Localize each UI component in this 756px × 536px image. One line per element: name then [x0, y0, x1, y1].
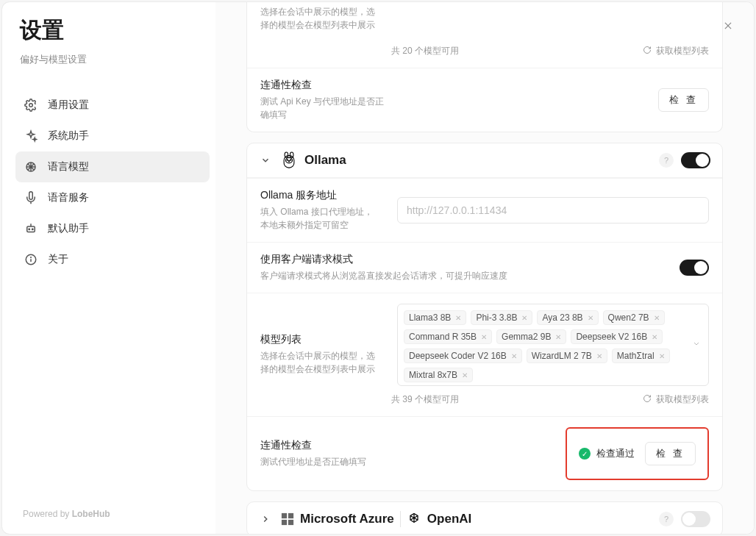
- model-tag[interactable]: Command R 35B✕: [404, 329, 492, 344]
- tag-remove-icon[interactable]: ✕: [455, 314, 461, 322]
- sparkle-icon: [24, 129, 38, 143]
- provider-card-azure: Microsoft Azure OpenAI ?: [246, 501, 723, 534]
- get-model-list-button[interactable]: 获取模型列表: [643, 45, 709, 57]
- brain-icon: [24, 160, 38, 174]
- connectivity-title: 连通性检查: [260, 79, 385, 92]
- connectivity-desc: 测试代理地址是否正确填写: [260, 455, 385, 468]
- model-tag[interactable]: Deepseek Coder V2 16B✕: [404, 349, 522, 363]
- tag-remove-icon[interactable]: ✕: [462, 371, 468, 379]
- svg-rect-20: [288, 520, 293, 525]
- check-button[interactable]: 检 查: [645, 442, 696, 465]
- svg-rect-17: [282, 513, 287, 518]
- model-tag-label: Gemma2 9B: [502, 332, 551, 342]
- chevron-down-icon: [259, 154, 272, 167]
- model-tag-label: Deepseek V2 16B: [576, 332, 647, 342]
- model-tag[interactable]: Phi-3 3.8B✕: [471, 310, 532, 325]
- refresh-icon: [643, 46, 652, 57]
- model-tag[interactable]: Aya 23 8B✕: [537, 310, 598, 325]
- sidebar-item-label: 系统助手: [48, 129, 89, 143]
- model-tag-label: Llama3 8B: [409, 312, 451, 323]
- model-tag[interactable]: Qwen2 7B✕: [603, 310, 665, 325]
- service-addr-desc: 填入 Ollama 接口代理地址， 本地未额外指定可留空: [260, 205, 385, 232]
- model-tag-label: MathΣtral: [617, 351, 655, 361]
- help-icon[interactable]: ?: [659, 512, 674, 526]
- service-addr-title: Ollama 服务地址: [260, 189, 385, 202]
- svg-point-0: [29, 104, 33, 107]
- svg-point-16: [288, 160, 289, 161]
- model-tag[interactable]: Mixtral 8x7B✕: [404, 368, 473, 382]
- model-tag-label: Phi-3 3.8B: [476, 312, 517, 323]
- microsoft-logo-icon: [281, 511, 294, 527]
- sidebar-item-label: 语音服务: [48, 191, 89, 204]
- tag-remove-icon[interactable]: ✕: [481, 333, 487, 341]
- sidebar-item-language-model[interactable]: 语言模型: [15, 151, 210, 182]
- model-tag-label: Mixtral 8x7B: [409, 370, 457, 380]
- client-mode-toggle[interactable]: [680, 260, 709, 276]
- model-list-desc: 选择在会话中展示的模型，选 择的模型会在模型列表中展示: [260, 349, 385, 376]
- provider-header-azure[interactable]: Microsoft Azure OpenAI ?: [247, 502, 722, 534]
- provider-card-previous: 选择在会话中展示的模型，选 择的模型会在模型列表中展示 共 20 个模型可用 获…: [246, 2, 723, 132]
- check-success-icon: ✓: [579, 448, 591, 460]
- tag-remove-icon[interactable]: ✕: [588, 314, 593, 322]
- model-list-desc: 选择在会话中展示的模型，选 择的模型会在模型列表中展示: [260, 5, 385, 32]
- service-addr-input[interactable]: [397, 197, 709, 224]
- provider-name: Ollama: [281, 152, 346, 168]
- tag-remove-icon[interactable]: ✕: [521, 314, 527, 322]
- model-available-count: 共 20 个模型可用: [391, 45, 459, 57]
- tag-remove-icon[interactable]: ✕: [654, 314, 660, 322]
- sidebar-item-about[interactable]: 关于: [15, 244, 210, 275]
- model-tag-label: WizardLM 2 7B: [532, 351, 592, 361]
- provider-card-ollama: Ollama ? Ollama 服务地址 填入 Ollama 接口代理地址， 本…: [246, 143, 723, 491]
- ollama-logo-icon: [281, 152, 297, 168]
- model-tag-label: Deepseek Coder V2 16B: [409, 351, 507, 361]
- provider-toggle[interactable]: [681, 511, 710, 527]
- svg-point-7: [31, 257, 32, 258]
- robot-icon: [24, 222, 38, 235]
- client-mode-title: 使用客户端请求模式: [260, 253, 668, 266]
- close-icon[interactable]: [723, 20, 733, 33]
- sidebar-item-label: 关于: [48, 253, 68, 266]
- sidebar-footer: Powered by LobeHub: [15, 503, 210, 525]
- chevron-down-icon: [692, 340, 701, 351]
- model-tag[interactable]: MathΣtral✕: [612, 349, 670, 363]
- check-button[interactable]: 检 查: [658, 88, 709, 112]
- client-mode-desc: 客户端请求模式将从浏览器直接发起会话请求，可提升响应速度: [260, 269, 668, 282]
- tag-remove-icon[interactable]: ✕: [555, 333, 561, 341]
- model-available-count: 共 39 个模型可用: [391, 393, 459, 406]
- sidebar-item-system-assistant[interactable]: 系统助手: [15, 121, 210, 151]
- get-model-list-button[interactable]: 获取模型列表: [643, 393, 709, 406]
- svg-rect-18: [288, 513, 293, 518]
- app-frame: 设置 偏好与模型设置 通用设置 系统助手 语言模型 语音服务: [2, 2, 754, 534]
- connectivity-desc: 测试 Api Key 与代理地址是否正确填写: [260, 95, 385, 121]
- help-icon[interactable]: ?: [659, 153, 674, 168]
- check-pass-status: ✓ 检查通过: [579, 447, 635, 460]
- sidebar-title: 设置: [20, 15, 210, 46]
- svg-point-14: [287, 160, 288, 160]
- sidebar-item-voice-service[interactable]: 语音服务: [15, 182, 210, 213]
- provider-header-ollama[interactable]: Ollama ?: [247, 143, 722, 178]
- provider-toggle[interactable]: [681, 152, 710, 168]
- tag-remove-icon[interactable]: ✕: [511, 352, 517, 360]
- sidebar-item-default-assistant[interactable]: 默认助手: [15, 213, 210, 244]
- model-tag[interactable]: Deepseek V2 16B✕: [571, 329, 663, 344]
- model-tag[interactable]: Gemma2 9B✕: [496, 329, 566, 344]
- sidebar-item-label: 语言模型: [48, 160, 89, 174]
- model-tag-label: Qwen2 7B: [608, 312, 649, 323]
- svg-point-4: [32, 229, 34, 230]
- sidebar-subtitle: 偏好与模型设置: [20, 53, 210, 66]
- info-icon: [24, 253, 38, 266]
- model-tag[interactable]: Llama3 8B✕: [404, 310, 466, 325]
- refresh-icon: [643, 394, 652, 405]
- openai-logo-icon: [407, 511, 421, 527]
- sidebar: 设置 偏好与模型设置 通用设置 系统助手 语言模型 语音服务: [2, 2, 215, 534]
- model-tag[interactable]: WizardLM 2 7B✕: [527, 349, 607, 363]
- model-multiselect[interactable]: Llama3 8B✕Phi-3 3.8B✕Aya 23 8B✕Qwen2 7B✕…: [397, 304, 709, 386]
- sidebar-item-general[interactable]: 通用设置: [15, 90, 210, 121]
- tag-remove-icon[interactable]: ✕: [659, 352, 665, 360]
- tag-remove-icon[interactable]: ✕: [596, 352, 602, 360]
- provider-name: Microsoft Azure OpenAI: [281, 511, 471, 527]
- tag-remove-icon[interactable]: ✕: [652, 333, 657, 341]
- model-tag-label: Aya 23 8B: [542, 312, 582, 323]
- mic-icon: [24, 191, 38, 204]
- settings-icon: [24, 99, 38, 112]
